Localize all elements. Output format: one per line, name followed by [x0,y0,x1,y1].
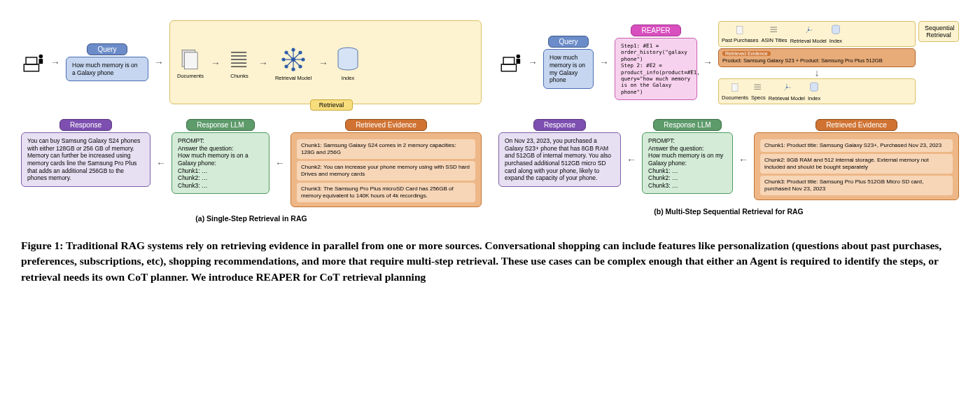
retrieval-pipeline: Documents → Chunks → Retrieval Model → I… [169,20,482,104]
inner-retrieval-2: Documents Specs Retrieval Model Index [718,78,916,104]
llm-label: Response LLM [653,119,721,131]
user-icon [498,50,522,74]
reaper-label: REAPER [631,24,680,36]
svg-rect-5 [184,52,197,69]
arrow-icon: → [154,57,164,68]
inner-retrieval-1: Past Purchases ASIN Titles Retrieval Mod… [718,21,916,47]
evidence-label: Retrieved Evidence [345,119,427,131]
response-box: You can buy Samsung Galaxy S24 phones wi… [21,132,150,187]
figure-caption: Figure 1: Traditional RAG systems rely o… [21,238,959,285]
arrow-icon: → [50,57,60,68]
evidence-chunk: Chunk2: 8GB RAM and 512 internal storage… [760,154,953,174]
evidence-chunk: Chunk2: You can increase your phone memo… [297,161,475,181]
svg-rect-1 [26,57,37,64]
svg-rect-33 [736,26,743,34]
llm-box: PROMPT: Answer the question: How much me… [642,132,733,194]
llm-label: Response LLM [186,119,254,131]
response-label: Response [533,119,586,131]
llm-box: PROMPT: Answer the question: How much me… [172,132,270,194]
svg-point-2 [39,55,43,59]
svg-line-25 [293,52,300,59]
panel-b: → Query How much memory is on my Galaxy … [498,10,959,223]
panel-a: → Query How much memory is on a Galaxy p… [21,10,482,223]
svg-rect-42 [732,83,738,91]
query-label: Query [87,43,127,55]
query-label: Query [548,36,588,48]
figure-panels: → Query How much memory is on a Galaxy p… [21,10,959,223]
svg-line-26 [286,59,293,66]
svg-rect-32 [517,59,521,64]
index-icon: Index [335,46,360,81]
retrieval-model-icon: Retrieval Model [275,46,312,81]
evidence-box: Chunk1: Product title: Samsung Galaxy S2… [754,132,959,200]
svg-line-40 [806,30,808,34]
evidence-chunk: Chunk1: Samsung Galaxy S24 comes in 2 me… [297,139,475,159]
query-box: How much memory is on a Galaxy phone [66,57,148,81]
svg-rect-30 [503,57,514,64]
svg-point-31 [517,55,521,59]
user-icon [21,50,45,74]
retrieval-label: Retrieval [310,99,354,111]
documents-icon: Documents [177,48,204,79]
intermediate-evidence: Retrieved Evidence Product: Samsung Gala… [718,48,916,67]
reaper-box: Step1: #E1 = order_history("galaxy phone… [615,38,697,100]
response-label: Response [59,119,112,131]
svg-line-24 [286,52,293,59]
svg-line-49 [784,88,787,91]
svg-rect-29 [501,64,516,71]
evidence-box: Chunk1: Samsung Galaxy S24 comes in 2 me… [290,132,482,207]
svg-rect-0 [24,64,38,71]
panel-b-caption: (b) Multi-Step Sequential Retrieval for … [498,207,959,216]
query-box: How much memory is on my Galaxy phone [543,49,594,89]
panel-a-caption: (a) Single-Step Retrieval in RAG [21,214,482,223]
evidence-chunk: Chunk3: The Samsung Pro Plus microSD Car… [297,183,475,202]
sequential-retrieval-label: Sequential Retrieval [918,21,959,42]
response-box: On Nov 23, 2023, you purchased a Galaxy … [498,132,621,187]
evidence-label: Retrieved Evidence [816,119,897,131]
svg-line-27 [293,59,300,66]
evidence-chunk: Chunk3: Product title: Samsung Pro Plus … [760,176,953,195]
chunks-icon: Chunks [227,48,251,79]
svg-rect-3 [39,59,43,64]
evidence-chunk: Chunk1: Product title: Samsung Galaxy S2… [760,139,953,152]
